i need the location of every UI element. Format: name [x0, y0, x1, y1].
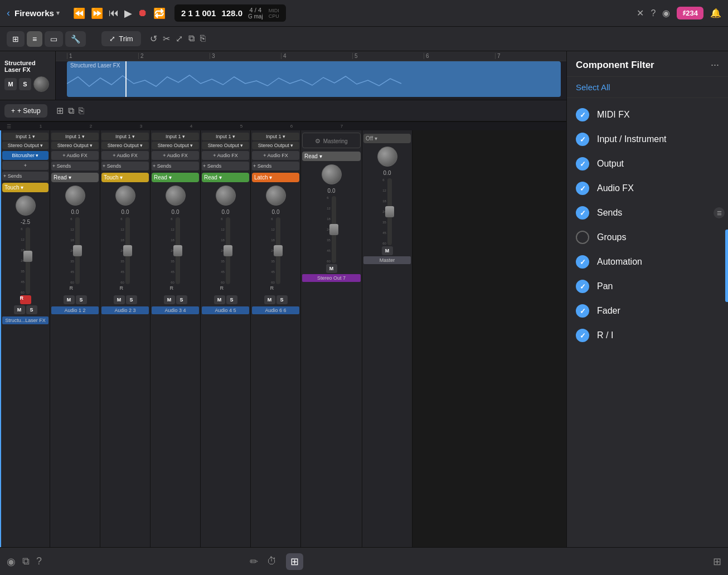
sends-button-2[interactable]: + Sends — [51, 162, 99, 170]
select-all-button[interactable]: Select All — [567, 77, 728, 98]
pan-knob-8[interactable] — [377, 147, 397, 167]
fader-handle-2[interactable] — [73, 245, 82, 256]
add-audio-fx-2[interactable]: + Audio FX — [51, 151, 99, 160]
output-select-1[interactable]: Stereo Output ▾ — [2, 142, 48, 149]
mixer-tool-button[interactable]: ⊞ — [286, 553, 303, 570]
add-audio-fx-3[interactable]: + Audio FX — [101, 151, 149, 160]
fader-track-7[interactable] — [332, 196, 336, 263]
copy-setup-icon[interactable]: ⧉ — [68, 106, 74, 116]
bottom-right-control[interactable]: ⊞ — [713, 555, 721, 568]
solo-ch6[interactable]: S — [276, 295, 288, 304]
filter-item-automation[interactable]: ✓ Automation — [567, 250, 728, 274]
add-plugin-button-1[interactable]: + — [2, 161, 48, 170]
output-select-5[interactable]: Stereo Output ▾ — [202, 142, 249, 149]
checkbox-midi-fx[interactable]: ✓ — [576, 108, 589, 121]
paste-setup-icon[interactable]: ⎘ — [79, 106, 84, 116]
automation-dropdown-5[interactable]: Read ▾ — [202, 173, 249, 182]
cycle-button[interactable]: 🔁 — [153, 7, 166, 20]
sends-button-3[interactable]: + Sends — [101, 162, 149, 170]
filter-item-fader[interactable]: ✓ Fader — [567, 299, 728, 323]
fader-handle-4[interactable] — [173, 245, 182, 256]
grid-view-button[interactable]: ⊞ — [7, 31, 25, 47]
clock-tool-button[interactable]: ⏱ — [267, 553, 277, 570]
filter-item-output[interactable]: ✓ Output — [567, 152, 728, 176]
panel-overflow-button[interactable]: ··· — [711, 59, 719, 71]
pan-knob-6[interactable] — [266, 186, 286, 206]
close-icon[interactable]: ✕ — [637, 8, 644, 18]
sends-button-1[interactable]: + Sends — [2, 172, 48, 181]
filter-item-audio-fx[interactable]: ✓ Audio FX — [567, 176, 728, 201]
automation-dropdown-4[interactable]: Read ▾ — [152, 173, 199, 182]
fast-back-button[interactable]: ⏪ — [73, 7, 85, 20]
list-view-button[interactable]: ≡ — [27, 31, 42, 47]
checkbox-input-instrument[interactable]: ✓ — [576, 133, 589, 146]
checkbox-audio-fx[interactable]: ✓ — [576, 182, 589, 195]
mute-ch8[interactable]: M — [382, 246, 393, 255]
input-select-4[interactable]: Input 1 ▾ — [152, 133, 199, 140]
input-select-5[interactable]: Input 1 ▾ — [202, 133, 249, 140]
fader-handle-5[interactable] — [224, 245, 232, 256]
bottom-icon-1[interactable]: ◉ — [7, 555, 16, 568]
fader-track-6[interactable] — [276, 217, 280, 284]
pencil-tool-button[interactable]: ✏ — [250, 553, 258, 570]
checkbox-automation[interactable]: ✓ — [576, 255, 589, 269]
project-name[interactable]: Fireworks ▾ — [14, 8, 60, 18]
split-icon[interactable]: ⤢ — [176, 33, 183, 44]
pan-knob-2[interactable] — [65, 186, 85, 206]
badge-display[interactable]: ♯234 — [677, 7, 703, 20]
fader-track-4[interactable] — [176, 217, 180, 284]
add-audio-fx-4[interactable]: + Audio FX — [152, 151, 199, 160]
record-button-ch5[interactable]: R — [220, 285, 231, 294]
filter-item-midi-fx[interactable]: ✓ MIDI FX — [567, 103, 728, 127]
fader-track-5[interactable] — [226, 217, 230, 284]
automation-dropdown-8[interactable]: Off ▾ — [363, 134, 411, 143]
bottom-icon-2[interactable]: ⧉ — [22, 555, 30, 567]
solo-ch1[interactable]: S — [26, 305, 37, 314]
record-button-ch1[interactable]: R — [20, 295, 31, 304]
solo-button[interactable]: S — [19, 78, 31, 90]
solo-ch5[interactable]: S — [226, 295, 237, 304]
play-button[interactable]: ▶ — [124, 7, 132, 20]
filter-item-input-instrument[interactable]: ✓ Input / Instrument — [567, 127, 728, 152]
sidebar-toggle-icon[interactable]: ☰ — [714, 207, 725, 218]
fader-handle-6[interactable] — [274, 245, 283, 256]
waveform-clip[interactable]: Structured Laser FX — [67, 61, 561, 97]
checkbox-output[interactable]: ✓ — [576, 157, 589, 170]
checkbox-groups[interactable] — [576, 231, 589, 244]
filter-item-groups[interactable]: Groups — [567, 225, 728, 250]
checkbox-fader[interactable]: ✓ — [576, 304, 589, 318]
settings-button[interactable]: 🔧 — [65, 31, 86, 47]
pan-knob[interactable] — [33, 76, 49, 92]
mute-ch1[interactable]: M — [14, 305, 25, 314]
input-select-6[interactable]: Input 1 ▾ — [252, 133, 299, 140]
sends-button-5[interactable]: + Sends — [202, 162, 249, 170]
automation-dropdown-3[interactable]: Touch ▾ — [101, 173, 149, 182]
output-select-3[interactable]: Stereo Output ▾ — [101, 142, 149, 149]
fader-handle-1[interactable] — [23, 251, 32, 262]
filter-item-pan[interactable]: ✓ Pan — [567, 274, 728, 299]
sends-button-4[interactable]: + Sends — [152, 162, 199, 170]
pan-knob-7[interactable] — [322, 164, 342, 184]
help-icon[interactable]: ? — [651, 8, 656, 18]
checkbox-sends[interactable]: ✓ — [576, 206, 589, 220]
skip-back-button[interactable]: ⏮ — [109, 7, 119, 19]
bottom-icon-3[interactable]: ? — [36, 555, 42, 567]
mute-ch2[interactable]: M — [64, 295, 75, 304]
fader-handle-3[interactable] — [123, 245, 132, 256]
fader-track-8[interactable] — [387, 178, 392, 245]
sends-button-6[interactable]: + Sends — [252, 162, 299, 170]
mute-button[interactable]: M — [4, 78, 17, 90]
mute-ch6[interactable]: M — [264, 295, 275, 304]
window-view-button[interactable]: ▭ — [45, 31, 63, 47]
solo-ch2[interactable]: S — [76, 295, 87, 304]
fast-fwd-button[interactable]: ⏩ — [91, 7, 103, 20]
record-button-ch6[interactable]: R — [270, 285, 282, 294]
pan-knob-4[interactable] — [166, 186, 186, 206]
record-button-ch3[interactable]: R — [120, 285, 131, 294]
mute-ch7[interactable]: M — [326, 264, 337, 273]
person-icon[interactable]: ◉ — [662, 8, 670, 18]
fader-track-2[interactable] — [75, 217, 80, 284]
filter-item-sends[interactable]: ✓ Sends — [567, 201, 728, 225]
output-select-2[interactable]: Stereo Output ▾ — [51, 142, 99, 149]
checkbox-pan[interactable]: ✓ — [576, 280, 589, 293]
